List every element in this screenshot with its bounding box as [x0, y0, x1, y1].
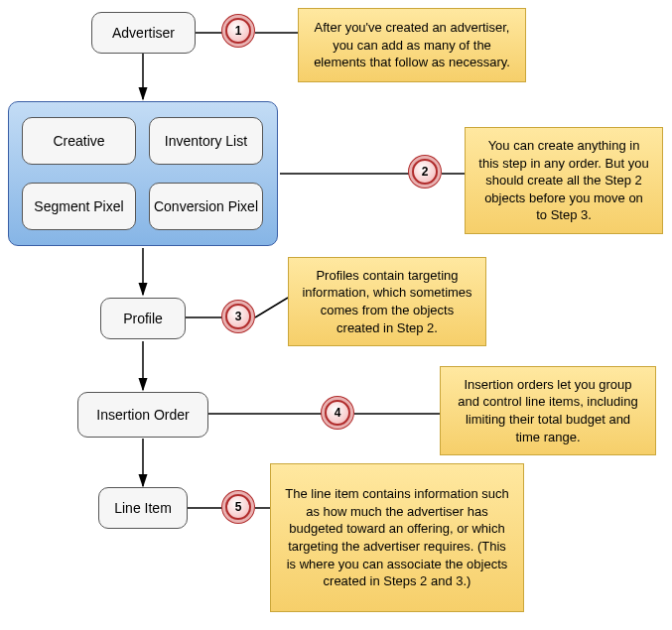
step-badge-2: 2: [412, 159, 438, 185]
note-step-5: The line item contains information such …: [270, 463, 524, 612]
node-creative: Creative: [22, 117, 136, 165]
node-line-item: Line Item: [98, 487, 188, 529]
note-step-2: You can create anything in this step in …: [465, 127, 663, 234]
node-insertion-order: Insertion Order: [77, 392, 208, 438]
node-inventory-list: Inventory List: [149, 117, 263, 165]
step-badge-1: 1: [225, 18, 251, 44]
note-step-4: Insertion orders let you group and contr…: [440, 366, 656, 455]
svg-line-11: [255, 298, 288, 317]
step-badge-3: 3: [225, 304, 251, 329]
node-profile: Profile: [100, 298, 186, 339]
step-badge-5: 5: [225, 494, 251, 520]
step-badge-4: 4: [325, 400, 350, 426]
node-advertiser: Advertiser: [91, 12, 196, 54]
node-conversion-pixel: Conversion Pixel: [149, 183, 263, 230]
note-step-3: Profiles contain targeting information, …: [288, 257, 486, 346]
note-step-1: After you've created an advertiser, you …: [298, 8, 526, 82]
node-segment-pixel: Segment Pixel: [22, 183, 136, 230]
